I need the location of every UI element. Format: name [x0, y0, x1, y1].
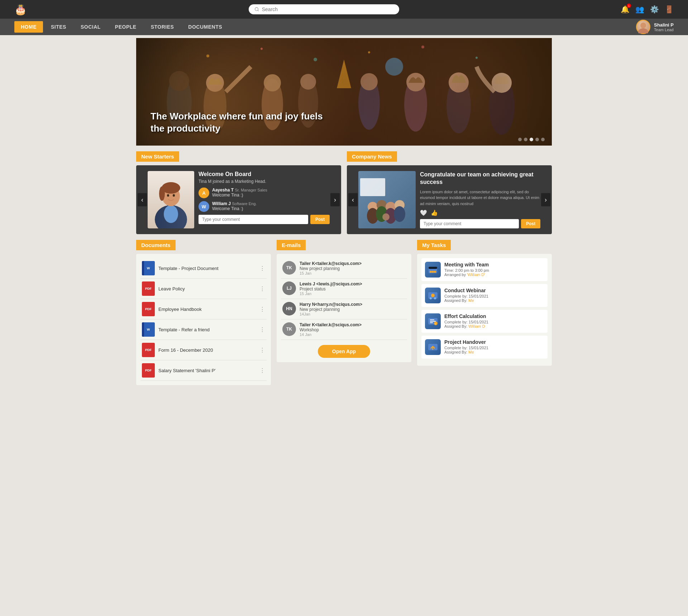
comment-msg-w: Welcome Tina :)	[212, 206, 257, 211]
email-avatar-2: LJ	[282, 281, 296, 295]
user-name: Shalini P	[654, 22, 674, 28]
svg-point-34	[159, 186, 165, 201]
doc-menu-1[interactable]: ⋮	[259, 265, 265, 272]
news-actions: 🤍 👍	[420, 209, 540, 216]
task-content-3: Effort Calculation Complete by: 15/01/20…	[444, 313, 544, 328]
comment-text-w: William J Software Eng. Welcome Tina :)	[212, 201, 257, 211]
notifications-icon[interactable]: 🔔 1	[621, 5, 630, 14]
two-col-section: New Starters ‹ ›	[136, 151, 552, 234]
doc-menu-4[interactable]: ⋮	[259, 326, 265, 333]
svg-point-51	[430, 271, 432, 273]
doc-menu-6[interactable]: ⋮	[259, 367, 265, 374]
hero-dot-2[interactable]	[524, 138, 527, 141]
email-item-3[interactable]: HN Harry N<harry.n@sciqus.com> New proje…	[281, 299, 407, 319]
email-sender-3: Harry N<harry.n@sciqus.com>	[300, 302, 406, 307]
search-input[interactable]	[262, 6, 393, 12]
starter-image	[148, 171, 194, 228]
main-content: New Starters ‹ ›	[136, 151, 552, 385]
task-icon-4	[425, 339, 441, 355]
new-starters-panel: ‹ ›	[136, 165, 341, 234]
hero-dot-5[interactable]	[541, 138, 545, 141]
svg-point-57	[430, 297, 432, 299]
doc-name-1: Template - Project Document	[158, 266, 256, 271]
nav-sites[interactable]: SITES	[44, 21, 73, 33]
task-assigned-4: Assigned By: Me	[444, 350, 544, 354]
top-icons: 🔔 1 👥 ⚙️ 🚪	[621, 5, 674, 14]
task-title-3: Effort Calculation	[444, 313, 544, 319]
task-effort-icon: !	[427, 316, 439, 327]
doc-item-2: PDF Leave Policy ⋮	[140, 279, 267, 299]
doc-menu-3[interactable]: ⋮	[259, 306, 265, 313]
thumbs-up-icon[interactable]: 👍	[431, 209, 438, 216]
doc-menu-5[interactable]: ⋮	[259, 347, 265, 354]
hero-dot-4[interactable]	[535, 138, 539, 141]
tasks-panel: Meeting with Team Time: 2:00 pm to 3:00 …	[417, 254, 552, 366]
task-link-3[interactable]: William D	[468, 324, 485, 328]
task-link-1[interactable]: 'William D'	[467, 273, 485, 277]
nav-stories[interactable]: STORIES	[144, 21, 181, 33]
starters-prev-arrow[interactable]: ‹	[138, 193, 147, 207]
people-icon[interactable]: 👥	[635, 5, 644, 14]
svg-point-56	[431, 294, 435, 297]
heart-icon[interactable]: 🤍	[420, 209, 427, 216]
svg-text:!: !	[435, 322, 436, 326]
settings-icon[interactable]: ⚙️	[650, 5, 659, 14]
search-bar[interactable]	[249, 4, 399, 14]
open-app-button[interactable]: Open App	[318, 345, 370, 358]
news-title: Congratulate our team on achieving great…	[420, 171, 540, 186]
nav-social[interactable]: SOCIAL	[74, 21, 107, 33]
email-sender-2: Lewis J <lewis.j@sciqus.com>	[300, 281, 406, 286]
task-link-2[interactable]: Me	[468, 298, 474, 303]
email-item-1[interactable]: TK Tailer K<tailer.k@sciqus.com> New pro…	[281, 258, 407, 279]
task-title-4: Project Handover	[444, 339, 544, 345]
doc-icon-word-4: W	[142, 322, 155, 337]
nav-people[interactable]: PEOPLE	[109, 21, 143, 33]
starters-next-arrow[interactable]: ›	[330, 193, 340, 207]
doc-menu-2[interactable]: ⋮	[259, 285, 265, 292]
svg-point-0	[255, 8, 258, 11]
task-link-4[interactable]: Me	[468, 350, 474, 354]
svg-point-35	[167, 194, 169, 197]
svg-point-3	[638, 28, 648, 33]
logout-icon[interactable]: 🚪	[665, 5, 674, 14]
news-next-arrow[interactable]: ›	[541, 193, 550, 207]
news-prev-arrow[interactable]: ‹	[348, 193, 358, 207]
task-item-4: Project Handover Complete by: 15/01/2021…	[421, 336, 548, 359]
starters-comment-row: Post	[199, 215, 330, 224]
documents-header: Documents	[136, 240, 176, 250]
doc-icon-pdf-3: PDF	[142, 302, 155, 316]
hero-dot-1[interactable]	[518, 138, 522, 141]
svg-line-1	[258, 10, 258, 11]
starter-subtitle: Tina M joined as a Marketing Head.	[199, 179, 330, 184]
nav-home[interactable]: HOME	[14, 21, 43, 33]
comment-avatar-w: W	[199, 201, 209, 212]
email-date-3: 14Jan	[300, 312, 406, 316]
email-content-1: Tailer K<tailer.k@sciqus.com> New projec…	[300, 261, 406, 275]
starters-comment-input[interactable]	[199, 215, 308, 224]
my-tasks-header: My Tasks	[417, 240, 451, 250]
hero-dots	[518, 138, 545, 141]
news-comment-row: Post	[420, 219, 540, 228]
logo-icon: 🎂	[14, 4, 27, 15]
news-post-btn[interactable]: Post	[521, 219, 540, 228]
email-date-4: 14 Jan	[300, 332, 406, 337]
user-info: Shalini P Team Lead	[636, 20, 674, 34]
new-starters-section: New Starters ‹ ›	[136, 151, 341, 234]
task-item-1: Meeting with Team Time: 2:00 pm to 3:00 …	[421, 258, 548, 281]
starters-post-btn[interactable]: Post	[310, 215, 330, 224]
doc-name-2: Leave Policy	[158, 286, 256, 292]
svg-rect-50	[429, 267, 437, 269]
email-item-4[interactable]: TK Tailer K<tailer.k@sciqus.com> Worksho…	[281, 319, 407, 340]
task-handover-icon	[427, 341, 439, 353]
email-sender-1: Tailer K<tailer.k@sciqus.com>	[300, 261, 406, 266]
news-comment-input[interactable]	[420, 219, 519, 228]
my-tasks-section: My Tasks Meeting with	[417, 240, 552, 385]
hero-dot-3[interactable]	[530, 138, 533, 141]
task-icon-3: !	[425, 313, 441, 329]
task-content-1: Meeting with Team Time: 2:00 pm to 3:00 …	[444, 262, 544, 277]
nav-documents[interactable]: DOCUMENTS	[182, 21, 229, 33]
doc-name-3: Employee Handbook	[158, 307, 256, 312]
email-item-2[interactable]: LJ Lewis J <lewis.j@sciqus.com> Project …	[281, 279, 407, 299]
doc-name-6: Salary Statement 'Shalini P'	[158, 368, 256, 373]
starter-person-svg	[151, 173, 191, 228]
